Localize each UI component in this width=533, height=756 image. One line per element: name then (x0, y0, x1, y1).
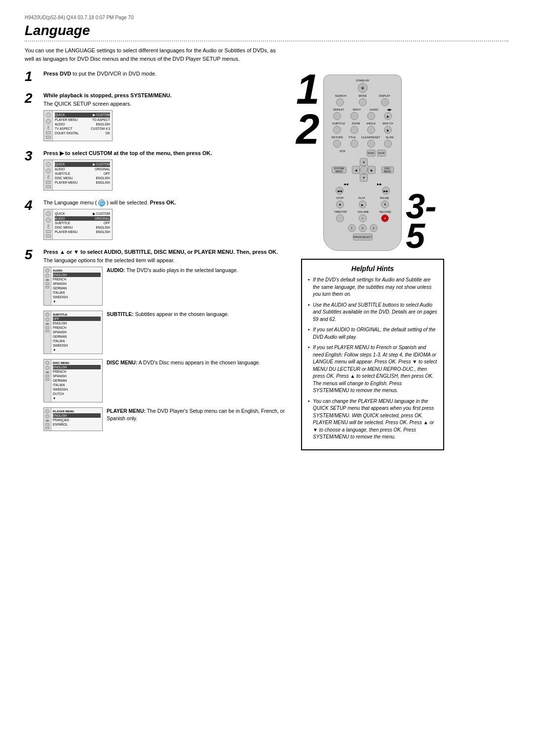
sub-scroll: ▼ (53, 348, 101, 352)
screen-btn11 (46, 230, 51, 233)
screen-btn10 (46, 218, 51, 223)
screen-btn12 (46, 235, 51, 238)
substep-subtitle-screen: OK SUBTITLE OFF ENGLISH FRENCH SPANISH G (43, 311, 103, 354)
subtitle-zoom-row-labels: SUBTITLE ZOOM ANGLE SKIP CH (329, 122, 396, 125)
dvd-btn[interactable]: DVD (367, 150, 376, 157)
screen-step2: OK QUICK▶ CUSTOM PLAYER MENUTO ASPECT AU… (43, 110, 113, 141)
step-1: 1 Press DVD to put the DVD/VCR in DVD mo… (25, 70, 286, 83)
vol-up-btn[interactable]: + (359, 214, 367, 222)
btn-d1 (45, 361, 49, 365)
rewind-label: ◀◀ (343, 183, 348, 186)
screen-row-dolby: DOLBY DIGITALOK (55, 131, 110, 135)
display-label: DISPLAY (379, 94, 390, 97)
btn-d2 (45, 366, 49, 370)
btn-s4 (45, 330, 49, 332)
disc-scroll: ▼ (53, 396, 101, 400)
subtitle-btn[interactable] (333, 126, 341, 134)
main-content: 1 Press DVD to put the DVD/VCR in DVD mo… (25, 70, 508, 450)
standby-section: STAND-BY ⏻ (329, 79, 396, 93)
record-btn[interactable]: ● (381, 214, 389, 222)
repeat-input-audio-labels: REPEAT INPUT AUDIO ◀▶ (329, 108, 396, 111)
side-player: OK (44, 408, 51, 431)
disc-menu-btn[interactable]: DISC MENU (381, 166, 394, 173)
up-btn[interactable]: ▲ (360, 158, 368, 166)
btn-p3 (45, 423, 49, 426)
screen-btn7 (46, 181, 51, 184)
step-1-number: 1 (25, 70, 38, 83)
standby-btn[interactable]: ⏻ (358, 83, 368, 93)
num3-btn[interactable]: 3 (370, 224, 378, 232)
audio-btn[interactable] (367, 112, 375, 120)
substep-subtitle: OK SUBTITLE OFF ENGLISH FRENCH SPANISH G (43, 311, 286, 354)
player-title-row: PLAYER MENU (53, 409, 101, 413)
system-disc-row: SYSTEM MENU ▲ ◀ ▶ ▼ (329, 158, 396, 182)
arrow-btn[interactable]: ▶ (384, 112, 392, 120)
screen-main-step4: QUICK▶ CUSTOM AUDIOORIGINAL SUBTITLEOFF … (53, 209, 112, 239)
screen-row3-subtitle: SUBTITLEOFF (55, 171, 110, 176)
dvd-vcr-btns: DVD VCR (367, 150, 386, 157)
stop-btn[interactable]: ■ (336, 200, 344, 208)
clear-reset-btn[interactable] (367, 140, 375, 148)
num1-btn[interactable]: 1 (348, 224, 356, 232)
step-5-number: 5 (25, 248, 38, 436)
step-2: 2 While playback is stopped, press SYSTE… (25, 91, 286, 141)
search-btn[interactable] (336, 98, 344, 106)
screen-btn2 (46, 119, 51, 124)
disc-italian: ITALIAN (53, 383, 101, 387)
audio-title-row: AUDIO (53, 269, 101, 273)
step-3-content: Press ▶ to select CUSTOM at the top of t… (43, 149, 286, 191)
time-btn[interactable] (336, 214, 344, 222)
vcr-btn[interactable]: VCR (377, 150, 386, 157)
audio-label: AUDIO (370, 108, 378, 111)
substep-audio-screen: OK AUDIO ENGLISH FRENCH SPANISH GERMAN I (43, 267, 103, 306)
btn-a1 (45, 269, 49, 273)
disc-swedish: SWEDISH (53, 387, 101, 392)
sub-swedish: SWEDISH (53, 343, 101, 348)
ff-label: ▶▶ (377, 183, 382, 186)
display-btn[interactable] (381, 98, 389, 106)
player-english: ENGLISH (53, 413, 101, 418)
hint-3: If you set AUDIO to ORIGINAL, the defaul… (308, 326, 437, 341)
btn-s2 (45, 318, 49, 321)
transport-btns: ◀◀ ▶▶ (329, 187, 396, 195)
return-btn[interactable] (333, 140, 341, 148)
ok-btn[interactable] (360, 166, 368, 174)
audio-german: GERMAN (53, 286, 101, 290)
skip-ch-btn[interactable]: ▶ (384, 126, 392, 134)
system-btn[interactable]: SYSTEM MENU (332, 166, 346, 173)
screen-row4-subtitle: SUBTITLEOFF (55, 221, 110, 225)
ff-btn[interactable]: ▶▶ (382, 187, 390, 195)
screen-side-step3: OK (44, 160, 53, 190)
pause-btn[interactable]: ⏸ (381, 200, 389, 208)
space-select-btn[interactable]: SPACE/SELECT (353, 234, 373, 240)
screen-row-player-menu: PLAYER MENUTO ASPECT (55, 118, 110, 122)
play-btn[interactable]: ▶ (359, 200, 367, 208)
angle-btn[interactable] (367, 126, 375, 134)
right-btn[interactable]: ▶ (368, 166, 376, 174)
zoom-label: ZOOM (352, 122, 360, 125)
step-5-text: Press ▲ or ▼ to select AUDIO, SUBTITLE, … (43, 248, 286, 264)
file-info: H9420UD(p52-84).QX4 03.7.18 0:07 PM Page… (25, 15, 508, 20)
title-btn[interactable] (350, 140, 358, 148)
intro-text: You can use the LANGUAGE settings to sel… (25, 46, 281, 63)
down-btn[interactable]: ▼ (360, 174, 368, 182)
sub-italian: ITALIAN (53, 339, 101, 343)
angle-label: ANGLE (367, 122, 376, 125)
num2-btn[interactable]: 2 (359, 224, 367, 232)
slow-btn[interactable] (384, 140, 392, 148)
rewind-btn[interactable]: ◀◀ (336, 187, 343, 195)
mode-btn[interactable] (359, 98, 367, 106)
hint-1: If the DVD's default settings for Audio … (308, 277, 437, 298)
repeat-btn[interactable] (333, 112, 341, 120)
input-btn[interactable] (350, 112, 358, 120)
step-2-content: While playback is stopped, press SYSTEM/… (43, 91, 286, 141)
step-4-content: The Language menu ( 🌐 ) will be selected… (43, 199, 286, 240)
substep-audio: OK AUDIO ENGLISH FRENCH SPANISH GERMAN I (43, 267, 286, 306)
mode-label: MODE (359, 94, 367, 97)
left-btn[interactable]: ◀ (352, 166, 360, 174)
btn-s1 (45, 313, 49, 317)
screen-step3: OK QUICK▶ CUSTOM AUDIOORIGINAL SUBTITLEO… (43, 159, 113, 191)
step-5: 5 Press ▲ or ▼ to select AUDIO, SUBTITLE… (25, 248, 286, 436)
audio-french: FRENCH (53, 277, 101, 281)
zoom-btn[interactable] (350, 126, 358, 134)
